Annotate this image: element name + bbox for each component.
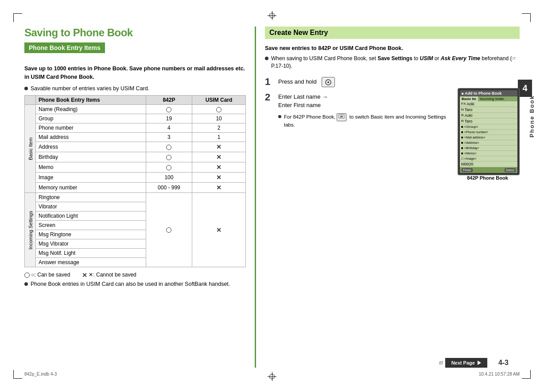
screen-row: ■ <Mail address> [460, 135, 517, 140]
chapter-number: 4 [518, 80, 532, 97]
table-row: Address ✕ [25, 142, 246, 152]
screen-row: M0020 [460, 161, 517, 167]
screen-footer: Finish Select [460, 167, 517, 173]
table-row: Birthday ✕ [25, 152, 246, 162]
screen-row: FX Aoki [460, 101, 517, 107]
corner-mark-bl [13, 370, 22, 379]
step2-bullet: For 842P Phone Book, ⇄ to switch Basic i… [278, 113, 451, 128]
screen-row: N Taro [460, 107, 517, 113]
cross-icon: ✕ [216, 154, 221, 161]
step-2-number: 2 [265, 92, 275, 102]
bullet-dot [24, 87, 28, 90]
screen-row: □ <Image> [460, 156, 517, 161]
usim-bullet: When saving to USIM Card Phone Book, set… [265, 55, 520, 70]
finish-button[interactable]: Finish [462, 168, 473, 172]
cross-icon: ✕ [216, 184, 221, 191]
circle-icon [24, 273, 30, 278]
phone-caption: 842P Phone Book [455, 175, 520, 181]
screen-header: ■ Add to Phone Book [460, 90, 517, 96]
next-arrow-icon [478, 361, 481, 365]
screen-row: ■ <Birthday> [460, 146, 517, 151]
body-text-1: Save up to 1000 entries in Phone Book. S… [24, 65, 246, 81]
section-title: Saving to Phone Book [24, 27, 246, 39]
table-row: Group 19 10 [25, 114, 246, 123]
bullet-dot-r [265, 57, 268, 60]
phone-screenshot: ■ Add to Phone Book Basic Ite Incoming S… [458, 88, 520, 175]
table-row: Mail address 3 1 [25, 133, 246, 142]
circle-icon [166, 145, 171, 150]
save-description: Save new entries to 842P or USIM Card Ph… [265, 45, 520, 51]
phone-screen: ■ Add to Phone Book Basic Ite Incoming S… [460, 90, 517, 173]
bullet-item-1: Savable number of entries varies by USIM… [24, 85, 246, 93]
cross-icon: ✕ [216, 164, 221, 171]
corner-mark-br [522, 370, 531, 379]
page-content: Saving to Phone Book Phone Book Entry It… [24, 27, 520, 368]
svg-point-1 [327, 81, 329, 83]
note-circle: ○: Can be saved ✕ ✕: Cannot be saved [24, 272, 246, 279]
corner-mark-tr [522, 13, 531, 22]
table-row: Phone number 4 2 [25, 123, 246, 133]
footer-right: 10.4.21 10:57:28 AM [479, 372, 520, 377]
phonebook-vertical-label: Phone Book [528, 95, 535, 138]
table-row: Incoming Settings Ringtone ✕ [25, 193, 246, 202]
circle-icon [166, 155, 171, 160]
step-2-area: 2 Enter Last name → Enter First name For… [265, 92, 520, 181]
bullet-dot-s2 [278, 115, 281, 118]
phone-screenshot-container: ■ Add to Phone Book Basic Ite Incoming S… [455, 92, 520, 181]
col-842p-header: 842P [146, 96, 192, 105]
circle-icon [166, 107, 171, 112]
create-title: Create New Entry [265, 27, 520, 39]
col-item-header: Phone Book Entry Items [36, 96, 146, 105]
screen-row: ■ <Phone number> [460, 130, 517, 135]
nav-lines: /// [439, 361, 443, 365]
step-2-container: 2 Enter Last name → Enter First name For… [265, 92, 451, 131]
step-1-container: 1 Press and hold [265, 77, 520, 87]
right-column: Create New Entry Save new entries to 842… [255, 27, 520, 368]
phone-button-icon [322, 77, 335, 87]
table-row: Memory number 000 - 999 ✕ [25, 183, 246, 193]
screen-row: ■ <Memo> [460, 151, 517, 156]
step-1-content: Press and hold [278, 77, 520, 87]
incoming-settings-label: Incoming Settings [25, 193, 36, 267]
sub-heading: Phone Book Entry Items [24, 42, 105, 53]
table-row: Memo ✕ [25, 162, 246, 173]
step-2-text-area: 2 Enter Last name → Enter First name For… [265, 92, 451, 181]
tab-incoming: Incoming Settin [478, 96, 506, 101]
circle-icon [166, 165, 171, 170]
cross-icon: ✕ [216, 143, 221, 150]
col-usim-header: USIM Card [192, 96, 246, 105]
svg-text:⇄: ⇄ [340, 115, 343, 118]
step-1-number: 1 [265, 77, 275, 87]
table-row: Basic Item Name (Reading) [25, 105, 246, 114]
page-ref-number: 4-3 [498, 359, 509, 367]
screen-row: R Aoki [460, 113, 517, 119]
next-page-container: /// Next Page [439, 358, 487, 368]
screen-row: R Taro [460, 119, 517, 124]
next-page-button[interactable]: Next Page [445, 358, 487, 368]
sub-heading-container: Phone Book Entry Items [24, 42, 246, 59]
bullet-dot-2 [24, 282, 28, 286]
step-2-content: Enter Last name → Enter First name For 8… [278, 92, 451, 131]
cross-icon: ✕ [82, 272, 87, 279]
footer-left: 842p_E.indb 4-3 [24, 372, 57, 377]
bullet-item-2: Phone Book entries in USIM Card can also… [24, 281, 246, 288]
table-row: Image 100 ✕ [25, 173, 246, 183]
circle-icon [216, 107, 221, 112]
cross-icon: ✕ [216, 227, 221, 234]
basic-item-label: Basic Item [25, 105, 36, 193]
bottom-nav: /// Next Page 4-3 [24, 358, 509, 368]
screen-tabs: Basic Ite Incoming Settin [460, 96, 517, 101]
corner-mark-tl [13, 13, 22, 22]
switch-icon: ⇄ [337, 113, 346, 121]
screen-row: ■ <Group> [460, 124, 517, 130]
entry-table: Phone Book Entry Items 842P USIM Card Ba… [24, 95, 246, 267]
screen-icon: ■ [462, 92, 464, 96]
screen-row: ■ <Address> [460, 140, 517, 146]
circle-icon [166, 227, 171, 233]
tab-basic: Basic Ite [460, 96, 478, 101]
left-column: Saving to Phone Book Phone Book Entry It… [24, 27, 255, 368]
select-button[interactable]: Select [505, 168, 516, 172]
cross-icon: ✕ [216, 174, 221, 181]
create-title-container: Create New Entry [265, 27, 520, 39]
reg-mark-top [268, 11, 276, 20]
